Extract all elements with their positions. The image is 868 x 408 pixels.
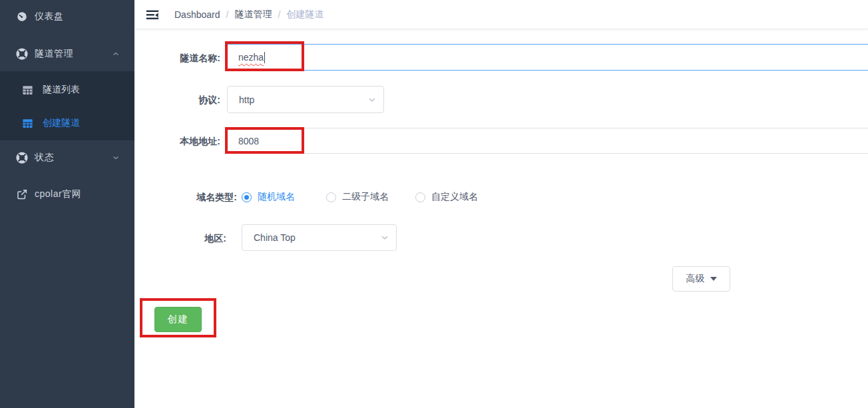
- chevron-up-icon: [112, 50, 120, 58]
- sidebar-item-label: 状态: [35, 152, 54, 164]
- text-cursor: [264, 52, 265, 63]
- sidebar-item-label: cpolar官网: [35, 188, 81, 200]
- chevron-down-icon: [367, 95, 377, 104]
- breadcrumb-separator: /: [278, 9, 280, 20]
- local-address-input[interactable]: 8008: [226, 128, 868, 154]
- radio-label: 随机域名: [258, 191, 295, 203]
- region-value: China Top: [254, 232, 296, 243]
- caret-down-icon: [710, 277, 717, 281]
- sidebar-item-label: 仪表盘: [35, 11, 64, 23]
- sidebar-item-tunnel-management[interactable]: 隧道管理: [0, 38, 134, 70]
- table-icon: [22, 85, 33, 96]
- tunnel-name-label: 隧道名称:: [180, 53, 220, 65]
- radio-random-domain[interactable]: 随机域名: [242, 191, 295, 203]
- breadcrumb-item-create-tunnel: 创建隧道: [286, 9, 324, 21]
- region-label: 地区:: [204, 233, 226, 245]
- radio-label: 二级子域名: [342, 191, 389, 203]
- breadcrumb-item-dashboard[interactable]: Dashboard: [174, 9, 220, 20]
- external-link-icon: [16, 188, 28, 200]
- breadcrumb-item-tunnel-management[interactable]: 隧道管理: [234, 9, 272, 21]
- table-icon: [22, 118, 33, 129]
- tunnel-management-submenu: 隧道列表 创建隧道: [0, 71, 134, 140]
- breadcrumb-separator: /: [226, 9, 229, 20]
- advanced-button-label: 高级: [686, 273, 705, 285]
- breadcrumb: Dashboard / 隧道管理 / 创建隧道: [174, 9, 324, 21]
- radio-custom-domain[interactable]: 自定义域名: [415, 191, 478, 203]
- protocol-label: 协议:: [198, 95, 220, 106]
- sidebar-item-create-tunnel[interactable]: 创建隧道: [0, 106, 134, 140]
- radio-icon: [415, 192, 425, 202]
- tunnel-name-value: nezha: [238, 52, 264, 63]
- top-header: Dashboard / 隧道管理 / 创建隧道: [134, 0, 868, 29]
- life-ring-icon: [16, 152, 28, 164]
- sidebar-item-tunnel-list[interactable]: 隧道列表: [0, 73, 134, 107]
- radio-subdomain[interactable]: 二级子域名: [326, 191, 389, 203]
- sidebar-item-dashboard[interactable]: 仪表盘: [0, 1, 134, 33]
- life-ring-icon: [16, 48, 28, 60]
- create-button-label: 创建: [168, 313, 189, 325]
- advanced-button[interactable]: 高级: [672, 266, 730, 292]
- cpolar-create-tunnel-page: { "sidebar": { "items": [ { "label": "仪表…: [0, 0, 868, 408]
- sidebar-item-cpolar-website[interactable]: cpolar官网: [0, 178, 134, 210]
- tachometer-icon: [16, 11, 28, 23]
- menu-fold-icon[interactable]: [145, 7, 160, 22]
- radio-label: 自定义域名: [431, 191, 478, 203]
- sidebar-item-label: 隧道管理: [35, 48, 73, 60]
- sidebar-item-status[interactable]: 状态: [0, 142, 134, 174]
- radio-icon: [242, 192, 252, 202]
- chevron-down-icon: [380, 233, 389, 242]
- chevron-down-icon: [112, 154, 120, 162]
- sidebar-item-label: 隧道列表: [43, 84, 80, 96]
- domain-type-radio-group: 随机域名 二级子域名 自定义域名: [242, 191, 478, 203]
- region-select[interactable]: China Top: [242, 224, 397, 251]
- domain-type-label: 域名类型:: [196, 192, 237, 204]
- tunnel-name-input[interactable]: nezha: [226, 44, 868, 71]
- protocol-value: http: [239, 95, 254, 105]
- local-address-value: 8008: [238, 136, 259, 146]
- radio-icon: [326, 192, 336, 202]
- create-button[interactable]: 创建: [154, 307, 202, 332]
- local-address-label: 本地地址:: [180, 136, 220, 148]
- sidebar-item-label: 创建隧道: [43, 117, 80, 129]
- sidebar: 仪表盘 隧道管理: [0, 0, 134, 408]
- protocol-select[interactable]: http: [227, 86, 384, 113]
